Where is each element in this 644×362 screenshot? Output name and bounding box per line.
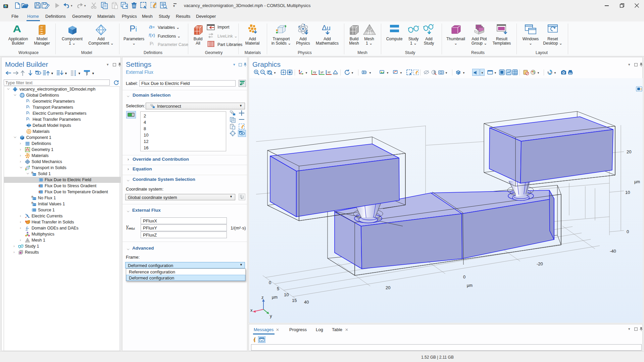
svg-text:y: y	[270, 313, 272, 318]
svg-text:20: 20	[627, 149, 631, 154]
svg-text:15: 15	[292, 298, 297, 303]
svg-text:10: 10	[284, 292, 289, 297]
svg-text:µm: µm	[467, 283, 473, 288]
svg-text:dt: dt	[26, 228, 28, 231]
svg-text:-40: -40	[610, 249, 616, 254]
svg-text:0: 0	[463, 274, 465, 279]
svg-text:20: 20	[386, 285, 390, 290]
svg-text:µm: µm	[634, 179, 640, 184]
svg-text:5: 5	[277, 286, 279, 291]
svg-text:x: x	[250, 308, 253, 313]
svg-text:-20: -20	[537, 261, 543, 266]
svg-text:µm: µm	[272, 295, 278, 300]
svg-text:z: z	[261, 295, 264, 300]
svg-text:0: 0	[627, 229, 629, 234]
svg-text:0: 0	[269, 280, 271, 285]
svg-text:−: −	[28, 216, 30, 219]
svg-text:+: +	[25, 216, 27, 219]
svg-text:40: 40	[304, 300, 309, 305]
svg-text:10: 10	[625, 190, 630, 195]
